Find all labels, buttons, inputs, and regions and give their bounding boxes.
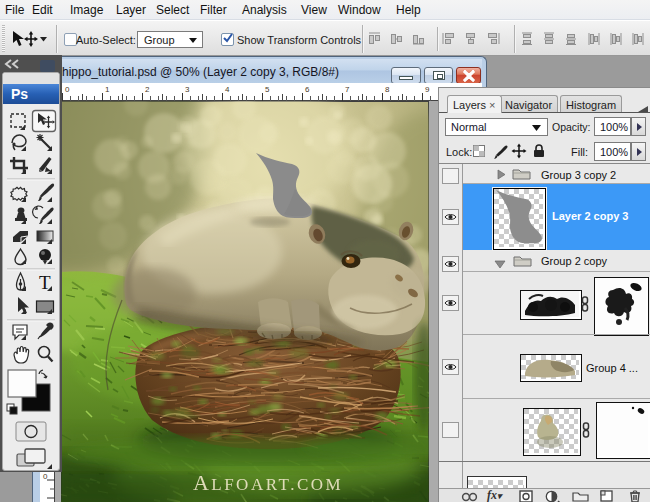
svg-text:8: 8 (385, 85, 390, 94)
svg-text:6: 6 (305, 85, 310, 94)
svg-text:7: 7 (345, 85, 350, 94)
svg-text:4: 4 (225, 85, 230, 94)
svg-text:9: 9 (425, 85, 430, 94)
svg-text:3: 3 (185, 85, 190, 94)
svg-text:Ps: Ps (11, 86, 28, 102)
svg-text:0: 0 (65, 85, 70, 94)
svg-text:1: 1 (105, 85, 110, 94)
svg-text:5: 5 (265, 85, 270, 94)
svg-text:2: 2 (145, 85, 150, 94)
